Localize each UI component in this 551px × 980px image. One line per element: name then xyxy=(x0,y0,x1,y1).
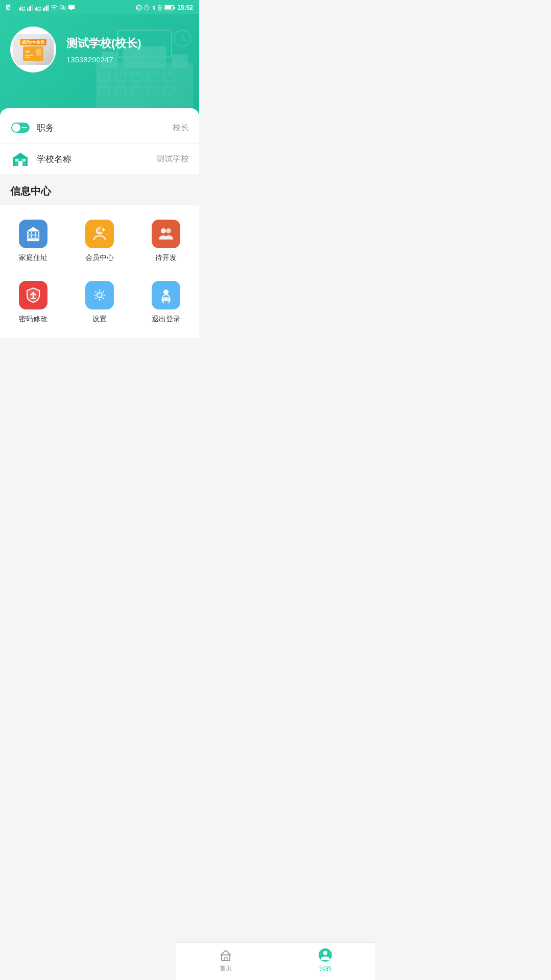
spacer xyxy=(0,338,199,440)
nav-item-home[interactable]: 首页 xyxy=(176,948,200,973)
status-bar: HD 1 4G 4G xyxy=(0,0,199,14)
school-name-label: 学校名称 xyxy=(37,153,156,165)
svg-point-14 xyxy=(62,7,66,10)
grid-item-home-address[interactable]: 家庭住址 xyxy=(0,210,66,272)
svg-marker-70 xyxy=(26,227,40,231)
svg-line-21 xyxy=(147,8,148,8)
logout-label: 退出登录 xyxy=(152,315,180,324)
svg-rect-57 xyxy=(22,159,26,161)
svg-rect-4 xyxy=(29,7,30,11)
svg-rect-67 xyxy=(29,235,31,237)
svg-rect-55 xyxy=(18,161,22,166)
grid-item-password[interactable]: 密码修改 xyxy=(0,272,66,333)
toggle-switch-icon xyxy=(11,123,30,133)
svg-rect-22 xyxy=(158,6,161,10)
svg-rect-65 xyxy=(32,232,35,234)
svg-text:HD: HD xyxy=(7,6,11,9)
position-row[interactable]: 职务 校长 xyxy=(0,112,199,144)
svg-rect-27 xyxy=(174,7,175,9)
info-center-header: 信息中心 xyxy=(0,174,199,205)
grid-item-settings[interactable]: 设置 xyxy=(66,272,133,333)
pending-icon xyxy=(152,220,180,248)
home-address-label: 家庭住址 xyxy=(19,253,47,262)
grid-item-logout[interactable]: 退出登录 xyxy=(133,272,199,333)
logout-icon xyxy=(152,281,180,309)
school-name-value: 测试学校 xyxy=(156,154,189,164)
grid-item-pending[interactable]: 待开发 xyxy=(133,210,199,272)
svg-text:VIP: VIP xyxy=(25,50,30,53)
svg-point-11 xyxy=(60,6,64,9)
status-left: HD 1 4G 4G xyxy=(6,4,75,12)
grid-item-member-center[interactable]: 会员中心 xyxy=(66,210,133,272)
svg-rect-28 xyxy=(165,6,172,9)
network-icons: HD 1 4G 4G xyxy=(6,4,49,12)
svg-rect-5 xyxy=(30,6,31,11)
svg-rect-58 xyxy=(13,157,15,166)
svg-rect-8 xyxy=(44,7,45,11)
svg-text:N: N xyxy=(137,7,139,10)
profile-row: 成为VIP会员 VIP 测试学校(校长) 13538290247 xyxy=(10,27,189,73)
svg-marker-54 xyxy=(13,153,28,158)
svg-rect-50 xyxy=(25,55,33,56)
profile-info: 测试学校(校长) 13538290247 xyxy=(66,36,141,64)
svg-rect-6 xyxy=(32,5,33,11)
school-icon xyxy=(10,152,31,166)
svg-point-12 xyxy=(61,7,61,7)
card-area: 职务 校长 学校名称 测试学校 xyxy=(0,108,199,174)
svg-point-85 xyxy=(163,290,169,295)
svg-rect-64 xyxy=(29,232,31,234)
bottom-nav: 首页 我的 xyxy=(176,942,200,980)
profile-header: ABC 成为VIP会员 VIP 测试学校(校长) 13538 xyxy=(0,14,199,116)
svg-rect-51 xyxy=(25,57,30,58)
svg-point-16 xyxy=(64,8,65,8)
position-icon xyxy=(10,121,31,135)
svg-point-74 xyxy=(98,230,99,231)
member-center-icon xyxy=(85,220,114,248)
avatar-inner: 成为VIP会员 VIP xyxy=(13,34,54,65)
settings-label: 设置 xyxy=(92,315,107,324)
position-label: 职务 xyxy=(37,122,173,134)
home-address-icon xyxy=(19,220,47,248)
svg-rect-23 xyxy=(159,5,160,6)
info-center-grid: 家庭住址 会员中心 xyxy=(0,205,199,338)
password-label: 密码修改 xyxy=(19,315,47,324)
svg-point-80 xyxy=(166,228,171,233)
avatar[interactable]: 成为VIP会员 VIP xyxy=(10,27,56,73)
status-right: N 15:52 xyxy=(136,4,193,11)
svg-rect-68 xyxy=(32,235,35,237)
svg-rect-56 xyxy=(15,159,18,161)
svg-rect-66 xyxy=(36,232,38,234)
info-center-title: 信息中心 xyxy=(10,185,51,197)
svg-rect-7 xyxy=(43,8,44,11)
password-icon xyxy=(19,281,47,309)
svg-rect-69 xyxy=(36,235,38,237)
svg-rect-9 xyxy=(46,6,47,11)
profile-name: 测试学校(校长) xyxy=(66,36,141,51)
status-time: 15:52 xyxy=(177,4,193,11)
vip-badge: 成为VIP会员 xyxy=(20,39,47,45)
svg-rect-52 xyxy=(36,49,41,56)
svg-rect-3 xyxy=(27,8,28,11)
member-center-label: 会员中心 xyxy=(85,253,114,262)
svg-rect-10 xyxy=(47,5,49,11)
profile-phone: 13538290247 xyxy=(66,55,141,64)
settings-icon xyxy=(85,281,114,309)
svg-point-79 xyxy=(161,228,166,233)
svg-rect-59 xyxy=(26,157,28,166)
pending-label: 待开发 xyxy=(155,253,177,262)
svg-point-15 xyxy=(63,8,63,8)
position-value: 校长 xyxy=(173,123,189,133)
school-name-row[interactable]: 学校名称 测试学校 xyxy=(0,144,199,174)
